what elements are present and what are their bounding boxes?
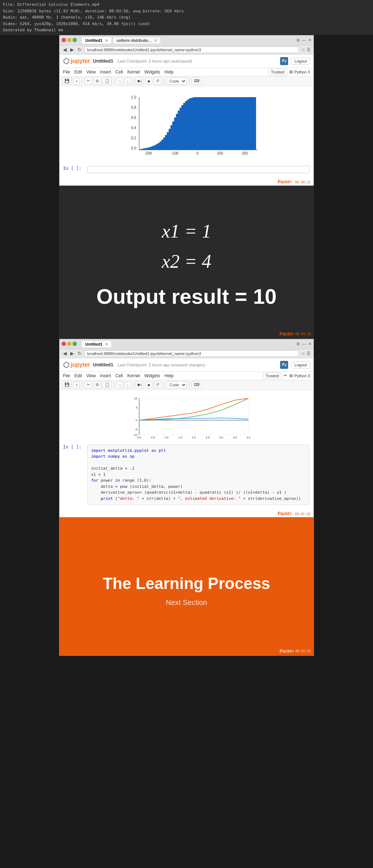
win2-max-button[interactable] <box>72 342 77 346</box>
forward2-button[interactable]: ▶ <box>70 351 75 356</box>
keyboard2-button[interactable]: ⌨ <box>192 381 202 388</box>
refresh-button[interactable]: ↻ <box>77 47 82 52</box>
svg-rect-37 <box>183 103 185 150</box>
browser1-tabs: Untitled1 ✕ uniform distributio... ✕ <box>81 37 161 44</box>
file-info-line4: Video: h264, yuv420p, 1920x1080, 414 kb/… <box>3 21 370 27</box>
svg-rect-53 <box>212 97 214 150</box>
learning-slide-block: The Learning Process Next Section Packt>… <box>59 518 314 656</box>
add-cell-button[interactable]: + <box>73 78 80 84</box>
menu2-widgets[interactable]: Widgets <box>144 373 160 379</box>
win2-min-button[interactable] <box>67 342 71 346</box>
paste2-button[interactable]: 📋 <box>102 381 112 388</box>
move-down-button[interactable]: ↓ <box>125 78 131 84</box>
line-chart: 10 5 0 -5 -10 0.0 0.5 1.0 1.5 2.0 2.5 3.… <box>128 397 252 440</box>
interrupt2-button[interactable]: ■ <box>145 382 152 388</box>
python2-badge: Python 3 <box>289 374 310 378</box>
menu2-file[interactable]: File <box>63 373 70 379</box>
code-cell[interactable]: import matplotlib.pyplot as plt import n… <box>87 445 310 505</box>
svg-rect-48 <box>203 97 205 150</box>
menu-kernel[interactable]: Kernel <box>127 69 140 75</box>
timestamp1: 00:00:21 <box>295 180 311 184</box>
toolbar-sep1 <box>82 78 82 84</box>
svg-rect-34 <box>178 111 180 150</box>
section3-browser-wrapper: Untitled1 ✕ ⊞ — ✕ ◀ ▶ ↻ ☆ ☰ <box>0 339 373 518</box>
jupyter1: ⬡ jupyter Untitled1 Last Checkpoint: 2 h… <box>59 55 314 178</box>
cell2-type-select[interactable]: Code <box>166 381 187 389</box>
svg-rect-52 <box>211 97 212 150</box>
menu2-cell[interactable]: Cell <box>115 373 123 379</box>
bookmark2-icon: ☆ <box>301 351 305 356</box>
add2-cell-button[interactable]: + <box>73 382 80 388</box>
run2-button[interactable]: ▶| <box>136 381 144 388</box>
svg-rect-29 <box>169 129 170 150</box>
cut-button[interactable]: ✂ <box>85 77 92 84</box>
svg-rect-59 <box>223 97 225 150</box>
svg-rect-66 <box>236 97 238 150</box>
move2-down-button[interactable]: ↓ <box>125 382 131 388</box>
browser2-tab1[interactable]: Untitled1 ✕ <box>81 341 112 347</box>
jupyter2: ⬡ jupyter Untitled1 Last Checkpoint: 2 h… <box>59 358 314 510</box>
move-up-button[interactable]: ↑ <box>117 78 123 84</box>
svg-text:5: 5 <box>136 406 138 409</box>
save-tb-button[interactable]: 💾 <box>62 77 72 84</box>
svg-rect-49 <box>205 97 207 150</box>
save2-tb-button[interactable]: 💾 <box>62 381 72 388</box>
copy2-button[interactable]: ⧉ <box>94 381 101 388</box>
address-input[interactable] <box>85 47 299 53</box>
menu2-view[interactable]: View <box>86 373 96 379</box>
browser1-icon1: ⊞ <box>297 38 300 43</box>
address2-input[interactable] <box>85 350 299 357</box>
browser2-icon2: — <box>302 342 306 346</box>
restart2-button[interactable]: ↺ <box>154 381 161 388</box>
menu-insert[interactable]: Insert <box>100 69 111 75</box>
menu-cell[interactable]: Cell <box>115 69 123 75</box>
cut2-button[interactable]: ✂ <box>85 381 92 388</box>
menu2-insert[interactable]: Insert <box>100 373 111 379</box>
menu-widgets[interactable]: Widgets <box>144 69 160 75</box>
tab1-close-icon[interactable]: ✕ <box>105 39 108 43</box>
logout-button[interactable]: Logout <box>291 57 310 65</box>
refresh2-button[interactable]: ↻ <box>77 351 82 356</box>
win-min-button[interactable] <box>67 38 71 42</box>
menu-file[interactable]: File <box>63 69 70 75</box>
svg-text:1.0: 1.0 <box>164 436 169 439</box>
logout2-button[interactable]: Logout <box>291 361 310 369</box>
run-button[interactable]: ▶| <box>136 77 144 84</box>
browser1-tab1[interactable]: Untitled1 ✕ <box>81 37 112 44</box>
menu-edit[interactable]: Edit <box>74 69 82 75</box>
svg-rect-60 <box>225 97 227 150</box>
copy-button[interactable]: ⧉ <box>94 77 101 84</box>
svg-rect-25 <box>161 140 163 150</box>
tab3-close-icon[interactable]: ✕ <box>105 342 108 346</box>
menu2-help[interactable]: Help <box>165 373 174 379</box>
notebook2-title[interactable]: Untitled1 <box>93 362 113 367</box>
menu-help[interactable]: Help <box>165 69 174 75</box>
cell1-input[interactable] <box>87 166 310 173</box>
cell-type-select[interactable]: Code <box>166 77 187 85</box>
keyboard-button[interactable]: ⌨ <box>192 77 202 84</box>
restart-button[interactable]: ↺ <box>154 77 161 84</box>
tab2-close-icon[interactable]: ✕ <box>154 39 157 43</box>
menu2-kernel[interactable]: Kernel <box>127 373 140 379</box>
menu2-edit[interactable]: Edit <box>74 373 82 379</box>
back2-button[interactable]: ◀ <box>62 351 67 356</box>
svg-rect-58 <box>221 97 223 150</box>
file-info-line3: Audio: aac, 48000 Hz, 1 channels, s16, 1… <box>3 14 370 21</box>
notebook-title[interactable]: Untitled1 <box>93 58 113 64</box>
jupyter1-menubar: File Edit View Insert Cell Kernel Widget… <box>59 68 314 76</box>
paste-button[interactable]: 📋 <box>102 77 112 84</box>
learning-title: The Learning Process <box>103 574 270 593</box>
win2-close-button[interactable] <box>62 342 66 346</box>
svg-rect-72 <box>247 97 249 150</box>
win-max-button[interactable] <box>72 38 77 42</box>
win-close-button[interactable] <box>62 38 66 42</box>
svg-rect-65 <box>234 97 236 150</box>
file-info-line5: Generated by Thumbnail me <box>3 27 370 33</box>
svg-rect-68 <box>240 97 242 150</box>
menu-view[interactable]: View <box>86 69 96 75</box>
interrupt-button[interactable]: ■ <box>145 78 152 84</box>
forward-button[interactable]: ▶ <box>70 47 75 52</box>
move2-up-button[interactable]: ↑ <box>117 382 123 388</box>
back-button[interactable]: ◀ <box>62 47 67 52</box>
browser1-tab2[interactable]: uniform distributio... ✕ <box>113 37 161 44</box>
